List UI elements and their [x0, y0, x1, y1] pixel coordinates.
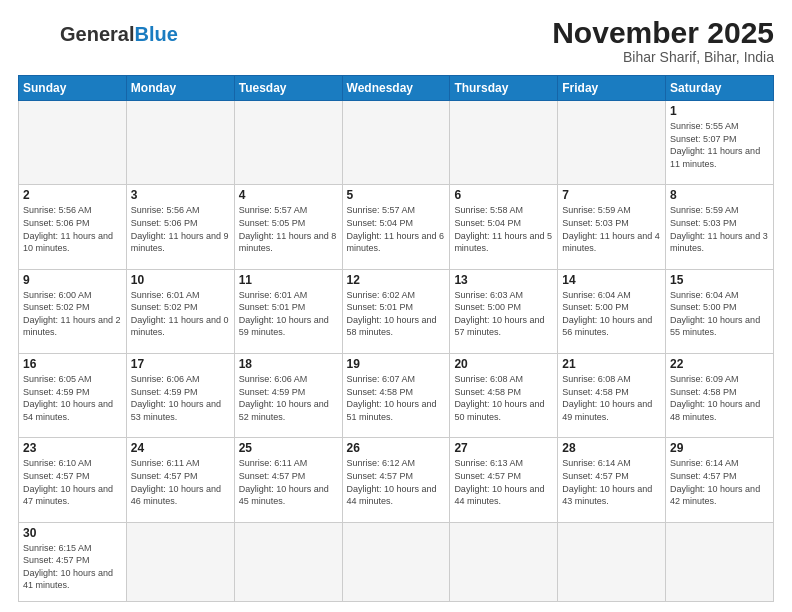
- calendar-title: November 2025: [552, 16, 774, 49]
- day-26: 26 Sunrise: 6:12 AMSunset: 4:57 PMDaylig…: [342, 438, 450, 522]
- header-saturday: Saturday: [666, 76, 774, 101]
- calendar-subtitle: Bihar Sharif, Bihar, India: [552, 49, 774, 65]
- day-9: 9 Sunrise: 6:00 AMSunset: 5:02 PMDayligh…: [19, 269, 127, 353]
- week-row-6: 30 Sunrise: 6:15 AMSunset: 4:57 PMDaylig…: [19, 522, 774, 601]
- week-row-5: 23 Sunrise: 6:10 AMSunset: 4:57 PMDaylig…: [19, 438, 774, 522]
- day-12: 12 Sunrise: 6:02 AMSunset: 5:01 PMDaylig…: [342, 269, 450, 353]
- header-wednesday: Wednesday: [342, 76, 450, 101]
- empty-cell: [450, 101, 558, 185]
- page: GeneralBlue November 2025 Bihar Sharif, …: [0, 0, 792, 612]
- weekday-header-row: Sunday Monday Tuesday Wednesday Thursday…: [19, 76, 774, 101]
- week-row-2: 2 Sunrise: 5:56 AMSunset: 5:06 PMDayligh…: [19, 185, 774, 269]
- header-monday: Monday: [126, 76, 234, 101]
- day-21: 21 Sunrise: 6:08 AMSunset: 4:58 PMDaylig…: [558, 353, 666, 437]
- day-19: 19 Sunrise: 6:07 AMSunset: 4:58 PMDaylig…: [342, 353, 450, 437]
- day-7: 7 Sunrise: 5:59 AMSunset: 5:03 PMDayligh…: [558, 185, 666, 269]
- empty-cell: [342, 522, 450, 601]
- day-13: 13 Sunrise: 6:03 AMSunset: 5:00 PMDaylig…: [450, 269, 558, 353]
- header-sunday: Sunday: [19, 76, 127, 101]
- calendar-table: Sunday Monday Tuesday Wednesday Thursday…: [18, 75, 774, 602]
- day-27: 27 Sunrise: 6:13 AMSunset: 4:57 PMDaylig…: [450, 438, 558, 522]
- empty-cell: [234, 101, 342, 185]
- day-5: 5 Sunrise: 5:57 AMSunset: 5:04 PMDayligh…: [342, 185, 450, 269]
- day-2: 2 Sunrise: 5:56 AMSunset: 5:06 PMDayligh…: [19, 185, 127, 269]
- week-row-4: 16 Sunrise: 6:05 AMSunset: 4:59 PMDaylig…: [19, 353, 774, 437]
- day-10: 10 Sunrise: 6:01 AMSunset: 5:02 PMDaylig…: [126, 269, 234, 353]
- day-14: 14 Sunrise: 6:04 AMSunset: 5:00 PMDaylig…: [558, 269, 666, 353]
- header: GeneralBlue November 2025 Bihar Sharif, …: [18, 16, 774, 65]
- empty-cell: [450, 522, 558, 601]
- day-22: 22 Sunrise: 6:09 AMSunset: 4:58 PMDaylig…: [666, 353, 774, 437]
- week-row-3: 9 Sunrise: 6:00 AMSunset: 5:02 PMDayligh…: [19, 269, 774, 353]
- day-11: 11 Sunrise: 6:01 AMSunset: 5:01 PMDaylig…: [234, 269, 342, 353]
- logo-text: GeneralBlue: [60, 23, 178, 45]
- empty-cell: [342, 101, 450, 185]
- day-3: 3 Sunrise: 5:56 AMSunset: 5:06 PMDayligh…: [126, 185, 234, 269]
- day-8: 8 Sunrise: 5:59 AMSunset: 5:03 PMDayligh…: [666, 185, 774, 269]
- empty-cell: [234, 522, 342, 601]
- generalblue-logo-icon: [18, 16, 54, 52]
- day-29: 29 Sunrise: 6:14 AMSunset: 4:57 PMDaylig…: [666, 438, 774, 522]
- empty-cell: [558, 522, 666, 601]
- day-25: 25 Sunrise: 6:11 AMSunset: 4:57 PMDaylig…: [234, 438, 342, 522]
- empty-cell: [558, 101, 666, 185]
- day-23: 23 Sunrise: 6:10 AMSunset: 4:57 PMDaylig…: [19, 438, 127, 522]
- header-friday: Friday: [558, 76, 666, 101]
- day-1: 1 Sunrise: 5:55 AM Sunset: 5:07 PM Dayli…: [666, 101, 774, 185]
- empty-cell: [19, 101, 127, 185]
- day-6: 6 Sunrise: 5:58 AMSunset: 5:04 PMDayligh…: [450, 185, 558, 269]
- day-17: 17 Sunrise: 6:06 AMSunset: 4:59 PMDaylig…: [126, 353, 234, 437]
- day-15: 15 Sunrise: 6:04 AMSunset: 5:00 PMDaylig…: [666, 269, 774, 353]
- logo: GeneralBlue: [18, 16, 178, 52]
- day-4: 4 Sunrise: 5:57 AMSunset: 5:05 PMDayligh…: [234, 185, 342, 269]
- empty-cell: [666, 522, 774, 601]
- day-20: 20 Sunrise: 6:08 AMSunset: 4:58 PMDaylig…: [450, 353, 558, 437]
- header-thursday: Thursday: [450, 76, 558, 101]
- day-16: 16 Sunrise: 6:05 AMSunset: 4:59 PMDaylig…: [19, 353, 127, 437]
- empty-cell: [126, 522, 234, 601]
- empty-cell: [126, 101, 234, 185]
- day-30: 30 Sunrise: 6:15 AMSunset: 4:57 PMDaylig…: [19, 522, 127, 601]
- day-24: 24 Sunrise: 6:11 AMSunset: 4:57 PMDaylig…: [126, 438, 234, 522]
- title-block: November 2025 Bihar Sharif, Bihar, India: [552, 16, 774, 65]
- day-18: 18 Sunrise: 6:06 AMSunset: 4:59 PMDaylig…: [234, 353, 342, 437]
- week-row-1: 1 Sunrise: 5:55 AM Sunset: 5:07 PM Dayli…: [19, 101, 774, 185]
- day-28: 28 Sunrise: 6:14 AMSunset: 4:57 PMDaylig…: [558, 438, 666, 522]
- header-tuesday: Tuesday: [234, 76, 342, 101]
